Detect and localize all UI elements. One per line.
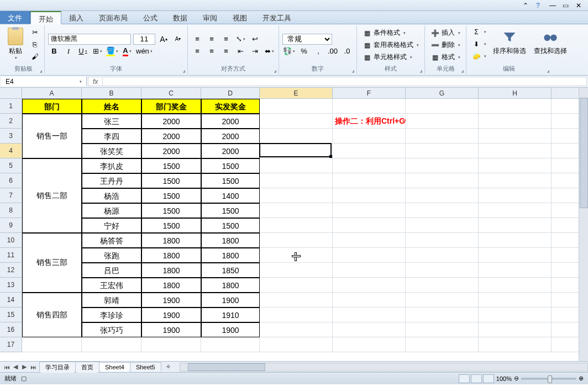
row-header-13[interactable]: 13 [0, 278, 22, 293]
decrease-decimal-button[interactable]: .0 [341, 46, 353, 57]
cell[interactable]: 1900 [141, 293, 201, 308]
cell[interactable]: 1400 [201, 188, 260, 203]
cell[interactable]: 1900 [141, 322, 201, 337]
cell[interactable] [406, 218, 479, 233]
row-header-8[interactable]: 8 [0, 203, 22, 218]
cell[interactable] [479, 248, 552, 263]
row-header-15[interactable]: 15 [0, 308, 22, 322]
cell[interactable] [479, 158, 552, 173]
merge-center-button[interactable]: ⬌▾ [263, 46, 275, 57]
cell[interactable] [479, 218, 552, 233]
tab-view[interactable]: 视图 [225, 11, 255, 24]
cell[interactable] [406, 233, 479, 248]
row-header-12[interactable]: 12 [0, 263, 22, 278]
cell[interactable] [333, 218, 406, 233]
row-header-17[interactable]: 17 [0, 337, 22, 352]
cell[interactable]: 部门 [22, 99, 82, 114]
tab-formulas[interactable]: 公式 [135, 11, 165, 24]
column-header-A[interactable]: A [22, 88, 82, 99]
cell[interactable]: 1500 [141, 188, 201, 203]
fill-button[interactable]: ⬇▾ [470, 39, 489, 50]
row-header-2[interactable]: 2 [0, 114, 22, 129]
sheet-tab-sheet5[interactable]: Sheet5 [130, 362, 161, 372]
row-header-1[interactable]: 1 [0, 99, 22, 114]
zoom-in-button[interactable]: ⊕ [579, 375, 584, 382]
cell[interactable]: 2000 [141, 144, 201, 158]
row-header-16[interactable]: 16 [0, 322, 22, 337]
new-sheet-button[interactable]: ✧ [161, 363, 175, 370]
underline-button[interactable]: U▾ [77, 46, 89, 57]
cell[interactable]: 2000 [201, 114, 260, 129]
cell[interactable] [333, 99, 406, 114]
cell[interactable] [479, 233, 552, 248]
cell[interactable] [333, 308, 406, 322]
row-header-6[interactable]: 6 [0, 173, 22, 188]
cell[interactable]: 2000 [201, 144, 260, 158]
zoom-slider[interactable] [521, 378, 576, 380]
cell[interactable]: 姓名 [82, 99, 141, 114]
column-header-F[interactable]: F [333, 88, 406, 99]
cell[interactable] [333, 158, 406, 173]
increase-decimal-button[interactable]: .00 [327, 46, 339, 57]
cell[interactable]: 1850 [201, 263, 260, 278]
comma-button[interactable]: , [312, 46, 324, 57]
vscroll-thumb[interactable] [580, 98, 588, 208]
cell[interactable]: 1800 [141, 278, 201, 293]
cell[interactable]: 2000 [141, 114, 201, 129]
cell[interactable] [260, 278, 333, 293]
cell[interactable] [260, 218, 333, 233]
cell[interactable] [260, 322, 333, 337]
cell[interactable] [260, 144, 333, 158]
cell[interactable] [333, 278, 406, 293]
cell[interactable] [333, 293, 406, 308]
cell[interactable] [406, 99, 479, 114]
cell[interactable] [333, 337, 406, 352]
increase-indent-button[interactable]: ⇥ [249, 46, 261, 57]
cell[interactable] [406, 322, 479, 337]
align-center-button[interactable]: ≡ [206, 46, 218, 57]
cell[interactable] [333, 129, 406, 144]
align-bottom-button[interactable]: ≡ [220, 34, 232, 45]
cell[interactable] [260, 188, 333, 203]
sort-filter-button[interactable]: 排序和筛选 [490, 26, 529, 63]
cell[interactable]: 张笑笑 [82, 144, 141, 158]
row-header-9[interactable]: 9 [0, 218, 22, 233]
cell[interactable]: 部门奖金 [141, 99, 201, 114]
ribbon-collapse-icon[interactable]: ⌃ [523, 2, 531, 9]
tab-review[interactable]: 审阅 [195, 11, 225, 24]
first-sheet-button[interactable]: ⏮ [2, 363, 11, 372]
cell[interactable]: 1900 [141, 308, 201, 322]
paste-button[interactable]: 粘贴 ▾ [6, 26, 25, 61]
help-icon[interactable]: ? [536, 2, 544, 9]
zoom-out-button[interactable]: ⊖ [514, 375, 519, 382]
align-right-button[interactable]: ≡ [220, 46, 232, 57]
cell[interactable]: 1800 [141, 263, 201, 278]
minimize-icon[interactable]: — [549, 2, 557, 9]
percent-button[interactable]: % [298, 46, 310, 57]
cell[interactable] [479, 263, 552, 278]
cell[interactable] [406, 263, 479, 278]
cell[interactable] [479, 173, 552, 188]
last-sheet-button[interactable]: ⏭ [29, 363, 38, 372]
column-header-E[interactable]: E [260, 88, 333, 99]
copy-button[interactable]: ⎘ [29, 39, 41, 50]
insert-cells-button[interactable]: ➕插入▾ [428, 28, 463, 39]
cell[interactable]: 2000 [141, 129, 201, 144]
cell[interactable] [260, 99, 333, 114]
cell[interactable] [260, 233, 333, 248]
cell[interactable] [406, 144, 479, 158]
cell[interactable]: 张三 [82, 114, 141, 129]
cell[interactable] [479, 278, 552, 293]
cell[interactable] [479, 129, 552, 144]
cell[interactable]: 李四 [82, 129, 141, 144]
cell[interactable] [141, 337, 201, 352]
cell[interactable] [479, 203, 552, 218]
macro-record-icon[interactable]: ▢ [21, 375, 27, 382]
cell[interactable] [260, 263, 333, 278]
italic-button[interactable]: I [62, 46, 75, 57]
column-header-G[interactable]: G [406, 88, 479, 99]
cell[interactable] [82, 337, 141, 352]
close-icon[interactable]: ✕ [576, 2, 584, 9]
cell[interactable] [406, 114, 479, 129]
cell[interactable]: 李珍珍 [82, 308, 141, 322]
